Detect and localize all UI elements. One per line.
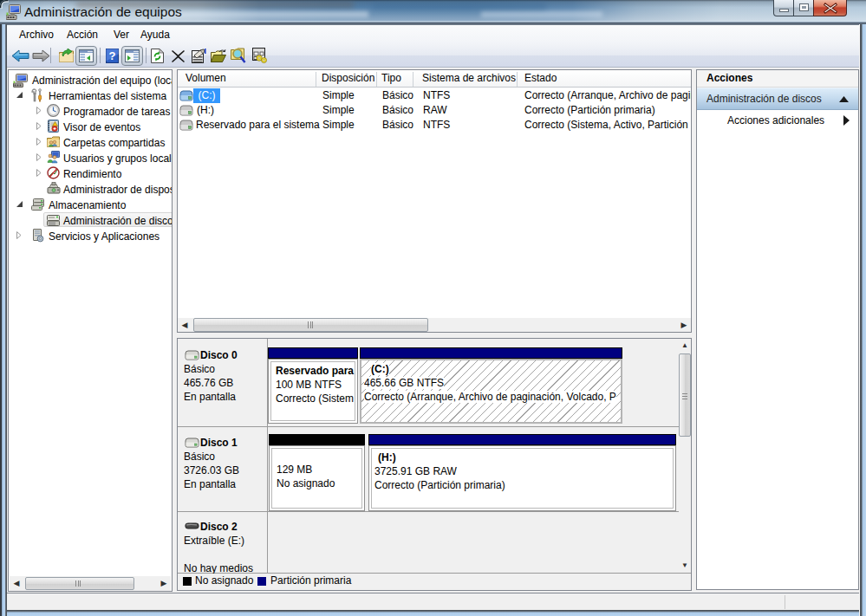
svg-text:?: ? [109,49,116,62]
